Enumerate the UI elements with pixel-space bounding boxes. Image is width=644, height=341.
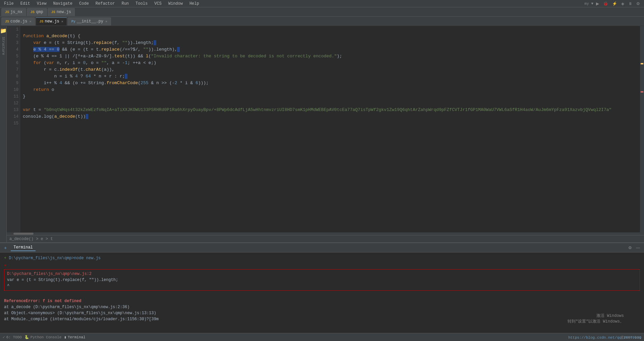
menu-file[interactable]: File [3,1,15,7]
menu-vcs[interactable]: VCS [153,1,163,7]
profile-label: my ▼ [585,2,593,6]
js-icon: JS [5,10,9,14]
horizontal-scrollbar[interactable] [7,232,644,235]
tab-qmp[interactable]: JS qmp [27,8,47,16]
terminal-status[interactable]: ▮ Terminal [64,335,85,339]
terminal-command-line: + D:\pycharm_files\js_nx\qmp>node new.js [4,255,640,261]
tab-init-py[interactable]: Py __init__.py ✕ [68,17,111,25]
terminal-error-block-wrapper: ✕ D:\pycharm_files\js_nx\qmp\new.js:2 va… [4,263,640,291]
tab-close-init-py[interactable]: ✕ [105,19,107,23]
error-caret: ^ [7,283,637,289]
python-console-status[interactable]: 🐍 Python Console [24,335,61,339]
windows-activation: 激活 Windows 转到"设置"以激活 Windows。 [568,313,624,324]
todo-icon: ✓ [3,335,5,339]
tab-close-code-js[interactable]: ✕ [29,19,31,23]
terminal-tab[interactable]: Terminal [11,244,36,251]
left-sidebar: 📁 Structure [0,26,7,242]
profile-button[interactable]: ◈ [620,1,626,7]
error-at-3: at Module._compile (internal/modules/cjs… [4,316,640,322]
bottom-panel: + Terminal ⚙ — + D:\pycharm_files\js_nx\… [0,242,644,333]
python-icon: 🐍 [24,335,29,339]
menu-edit[interactable]: Edit [19,1,32,7]
menu-bar: File Edit View Navigate Code Refactor Ru… [0,0,644,7]
menu-run[interactable]: Run [120,1,130,7]
menu-refactor[interactable]: Refactor [94,1,116,7]
menu-tools[interactable]: Tools [134,1,149,7]
tab-js-nx[interactable]: JS js_nx [1,8,26,16]
tab-new-js-top[interactable]: JS new.js [48,8,75,16]
terminal-error-block: D:\pycharm_files\js_nx\qmp\new.js:2 var … [4,269,640,291]
menu-window[interactable]: Window [167,1,184,7]
error-at-1: at a_decode (D:\pycharm_files\js_nx\qmp\… [4,304,640,310]
todo-status[interactable]: ✓ 6: TODO [3,335,22,339]
js-icon-4: JS [5,20,9,23]
line-numbers: 1 2 3 4 5 6 7 8 9 10 11 12 13 14 15 [7,26,20,232]
code-editor[interactable]: function a_decode(t) { var e = (t = Stri… [20,26,640,232]
error-marker [641,91,643,93]
py-icon: Py [71,20,75,23]
editor-main: 1 2 3 4 5 6 7 8 9 10 11 12 13 14 15 func… [7,26,644,232]
js-icon-5: JS [39,20,43,23]
js-icon-2: JS [31,10,35,14]
tab-close-new-js[interactable]: ✕ [61,19,63,23]
csdn-link[interactable]: https://blog.csdn.net/qq_26079939 [568,336,641,340]
js-icon-3: JS [51,10,55,14]
terminal-minimize-button[interactable]: — [635,245,641,251]
debug-button[interactable]: 🐞 [602,1,609,7]
error-x-icon: ✕ [4,263,6,268]
settings-button[interactable]: ⚙ [635,1,641,7]
panel-header: + Terminal ⚙ — [0,243,644,252]
menu-view[interactable]: View [36,1,48,7]
project-tab-bar: JS js_nx JS qmp JS new.js [0,7,644,17]
coverage-button[interactable]: ⚡ [611,1,619,7]
scrollbar-thumb[interactable] [13,233,34,235]
terminal-settings-button[interactable]: ⚙ [627,245,633,251]
menu-navigate[interactable]: Navigate [52,1,74,7]
plus-icon: + [4,256,6,261]
blank-line [4,292,640,298]
error-at-2: at Object.<anonymous> (D:\pycharm_files\… [4,310,640,316]
terminal-content[interactable]: + D:\pycharm_files\js_nx\qmp>node new.js… [0,252,644,333]
tab-code-js[interactable]: JS code.js ✕ [1,17,35,25]
run-button[interactable]: ▶ [595,1,600,7]
editor-tab-bar: JS code.js ✕ JS new.js ✕ Py __init__.py … [0,17,644,26]
tab-new-js[interactable]: JS new.js ✕ [36,17,67,25]
error-file-line: D:\pycharm_files\js_nx\qmp\new.js:2 [7,271,637,277]
project-icon[interactable]: 📁 [0,27,7,34]
breadcrumb: a_decode() > e > t [7,235,644,242]
menu-code[interactable]: Code [78,1,90,7]
editor-container: 1 2 3 4 5 6 7 8 9 10 11 12 13 14 15 func… [7,26,644,242]
error-code-line: var e = (t = String(t).replace(f, "")).l… [7,277,637,283]
add-terminal-button[interactable]: + [3,245,8,250]
error-message: ReferenceError: f is not defined [4,298,640,304]
structure-label[interactable]: Structure [1,37,5,55]
terminal-icon: ▮ [64,335,66,339]
right-gutter [640,26,644,232]
menu-help[interactable]: Help [188,1,201,7]
status-bar: ✓ 6: TODO 🐍 Python Console ▮ Terminal Ev… [0,333,644,341]
pause-button[interactable]: ⏸ [627,1,634,7]
warning-marker [641,63,643,64]
